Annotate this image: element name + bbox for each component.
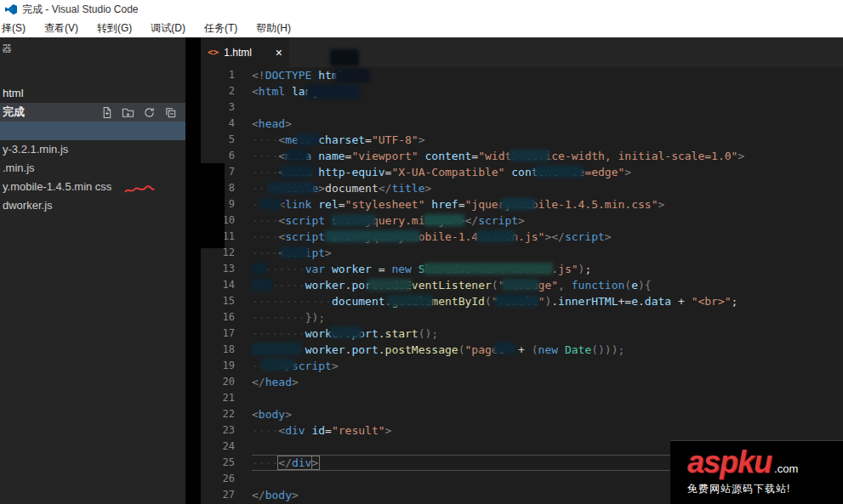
code-line[interactable]: 20</head> bbox=[201, 374, 843, 390]
watermark: aspku .com 免费网站源码下载站! bbox=[670, 440, 843, 504]
code-text: </body> bbox=[252, 487, 299, 503]
censor-smudge bbox=[252, 263, 267, 275]
line-number: 23 bbox=[201, 422, 235, 439]
censor-smudge bbox=[493, 343, 515, 354]
file-item-minjs[interactable]: .min.js bbox=[0, 159, 185, 178]
menu-tasks[interactable]: 任务(T) bbox=[195, 21, 247, 36]
code-text: ········}); bbox=[252, 309, 325, 326]
menu-help[interactable]: 帮助(H) bbox=[247, 21, 300, 36]
code-text: ········worker.port.postMessage("page1" … bbox=[252, 342, 624, 358]
code-line[interactable]: 2<html lang="en"> bbox=[201, 83, 843, 99]
new-file-icon[interactable] bbox=[100, 106, 113, 119]
censor-smudge bbox=[424, 214, 464, 226]
code-line[interactable]: 10····<script src="jquery.min.js"></scri… bbox=[201, 212, 843, 229]
censor-smudge bbox=[252, 343, 301, 355]
line-number: 21 bbox=[201, 390, 235, 406]
code-text: <body> bbox=[252, 406, 292, 422]
code-text: ····<link rel="stylesheet" href="jquery.… bbox=[252, 196, 664, 212]
censor-smudge bbox=[306, 85, 360, 99]
line-number: 6 bbox=[201, 148, 235, 164]
line-number: 18 bbox=[201, 342, 235, 358]
tab-close-icon[interactable]: × bbox=[276, 46, 282, 59]
explorer-sidebar: 器 html 完成 y-3.2.1.min.js .min.js y.mobil… bbox=[0, 37, 185, 504]
line-number: 3 bbox=[201, 99, 235, 116]
censor-smudge bbox=[252, 279, 272, 291]
code-line[interactable]: 17········worker.port.start(); bbox=[201, 326, 843, 342]
code-line[interactable]: 21 bbox=[201, 390, 843, 406]
line-number: 1 bbox=[201, 67, 235, 83]
watermark-tagline: 免费网站源码下载站! bbox=[687, 482, 843, 496]
code-line[interactable]: 3 bbox=[201, 99, 843, 116]
code-line[interactable]: 22<body> bbox=[201, 406, 843, 422]
bracket-match-box bbox=[277, 456, 312, 470]
censor-smudge bbox=[330, 49, 359, 66]
window-title: 完成 - Visual Studio Code bbox=[22, 3, 139, 17]
line-number: 24 bbox=[201, 439, 235, 455]
code-line[interactable]: 1<!DOCTYPE html> bbox=[201, 67, 843, 83]
code-line[interactable]: 23····<div id="result"> bbox=[201, 422, 843, 439]
line-number: 19 bbox=[201, 358, 235, 374]
censor-smudge bbox=[330, 326, 362, 338]
code-text: </head> bbox=[252, 374, 299, 390]
menu-bar: 择(S) 查看(V) 转到(G) 调试(D) 任务(T) 帮助(H) bbox=[0, 19, 843, 37]
censor-smudge bbox=[268, 182, 315, 194]
tab-1html[interactable]: <> 1.html × bbox=[201, 37, 289, 67]
tab-bar: <> 1.html × bbox=[201, 37, 843, 67]
censor-smudge bbox=[367, 279, 412, 291]
censor-smudge bbox=[332, 214, 376, 226]
html-file-icon: <> bbox=[208, 47, 219, 58]
censor-smudge bbox=[281, 166, 313, 178]
code-text: ····<meta charset="UTF-8"> bbox=[252, 132, 425, 148]
folder-section-header[interactable]: 完成 bbox=[0, 103, 185, 122]
code-text: ····<div id="result"> bbox=[252, 422, 391, 439]
menu-goto[interactable]: 转到(G) bbox=[88, 21, 141, 36]
censor-smudge bbox=[325, 230, 420, 242]
line-number: 5 bbox=[201, 132, 235, 148]
censor-block bbox=[189, 163, 225, 248]
file-item-worker[interactable]: dworker.js bbox=[0, 196, 185, 215]
censor-smudge bbox=[424, 263, 553, 275]
code-line[interactable]: 19····</script> bbox=[201, 358, 843, 374]
code-text: <head> bbox=[252, 116, 292, 132]
new-folder-icon[interactable] bbox=[122, 106, 134, 119]
censor-smudge bbox=[387, 295, 433, 307]
explorer-panel-title: 器 bbox=[0, 37, 185, 59]
censor-smudge bbox=[334, 69, 370, 82]
censor-smudge bbox=[281, 246, 309, 258]
red-scribble-mark bbox=[124, 185, 155, 195]
code-line[interactable]: 11····<script src="jquery.mobile-1.4.5.m… bbox=[201, 229, 843, 245]
vscode-window: { "title_bar": { "app_title": "完成 - Visu… bbox=[0, 0, 843, 504]
tab-label: 1.html bbox=[224, 47, 276, 59]
line-number: 17 bbox=[201, 326, 235, 342]
line-number: 14 bbox=[201, 277, 235, 293]
censor-smudge bbox=[261, 359, 295, 371]
vscode-logo-icon bbox=[5, 3, 17, 15]
menu-debug[interactable]: 调试(D) bbox=[141, 21, 195, 36]
censor-smudge bbox=[259, 198, 282, 210]
open-editor-item[interactable]: html bbox=[0, 84, 185, 103]
censor-smudge bbox=[297, 133, 318, 145]
menu-view[interactable]: 查看(V) bbox=[35, 21, 88, 36]
selected-file-row[interactable] bbox=[0, 122, 185, 140]
line-number: 20 bbox=[201, 374, 235, 390]
title-bar: 完成 - Visual Studio Code bbox=[0, 0, 843, 19]
code-text: ····<meta name="viewport" content="width… bbox=[252, 148, 744, 164]
code-line[interactable]: 16········}); bbox=[201, 309, 843, 326]
watermark-brand: aspku bbox=[687, 445, 772, 480]
watermark-tld: .com bbox=[774, 462, 798, 475]
file-item-jquery[interactable]: y-3.2.1.min.js bbox=[0, 140, 185, 159]
code-text: ····<script src="jquery.mobile-1.4.5.min… bbox=[252, 229, 612, 245]
line-number: 15 bbox=[201, 293, 235, 309]
folder-name: 完成 bbox=[3, 103, 100, 122]
line-number: 26 bbox=[201, 471, 235, 487]
censor-smudge bbox=[502, 279, 539, 291]
refresh-icon[interactable] bbox=[143, 106, 156, 119]
menu-select[interactable]: 择(S) bbox=[0, 21, 35, 36]
collapse-all-icon[interactable] bbox=[164, 106, 177, 119]
code-line[interactable]: 4<head> bbox=[201, 116, 843, 132]
line-number: 22 bbox=[201, 406, 235, 422]
censor-smudge bbox=[476, 230, 515, 242]
censor-smudge bbox=[509, 150, 550, 161]
file-item-mobile-css[interactable]: y.mobile-1.4.5.min css bbox=[0, 178, 185, 196]
code-text: ····<script src="jquery.min.js"></script… bbox=[252, 212, 525, 229]
